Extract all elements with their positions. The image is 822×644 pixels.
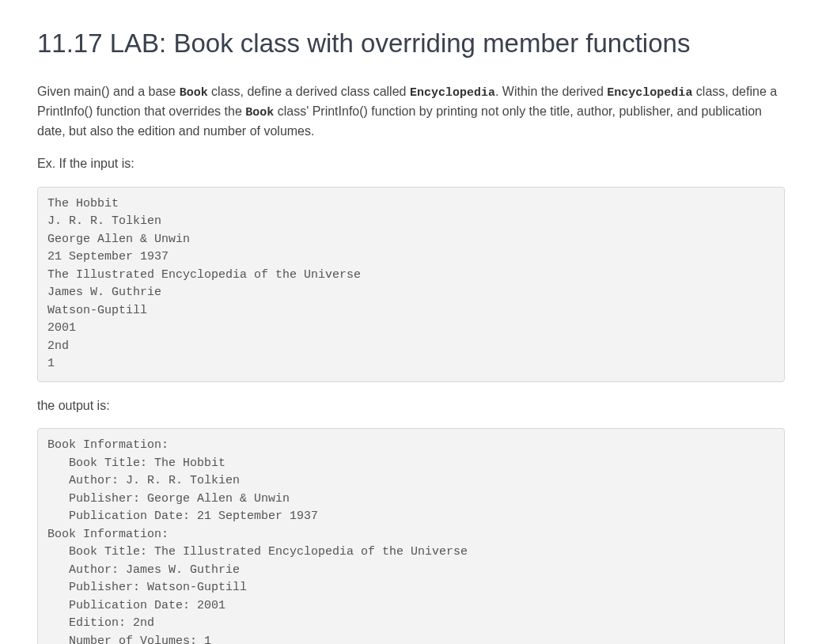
code-encyclopedia-2: Encyclopedia	[607, 86, 692, 100]
code-book-2: Book	[245, 106, 274, 119]
example-output-block: Book Information: Book Title: The Hobbit…	[37, 428, 785, 644]
intro-text-1: Given main() and a base	[37, 85, 180, 98]
example-input-label: Ex. If the input is:	[37, 154, 785, 174]
example-output-label: the output is:	[37, 396, 785, 416]
code-book-1: Book	[180, 86, 208, 100]
lab-title: 11.17 LAB: Book class with overriding me…	[37, 24, 785, 63]
example-input-block: The Hobbit J. R. R. Tolkien George Allen…	[37, 187, 785, 382]
code-encyclopedia-1: Encyclopedia	[410, 86, 495, 100]
intro-text-2: class, define a derived class called	[208, 85, 410, 98]
intro-text-3: . Within the derived	[495, 85, 607, 98]
problem-description: Given main() and a base Book class, defi…	[37, 82, 785, 142]
